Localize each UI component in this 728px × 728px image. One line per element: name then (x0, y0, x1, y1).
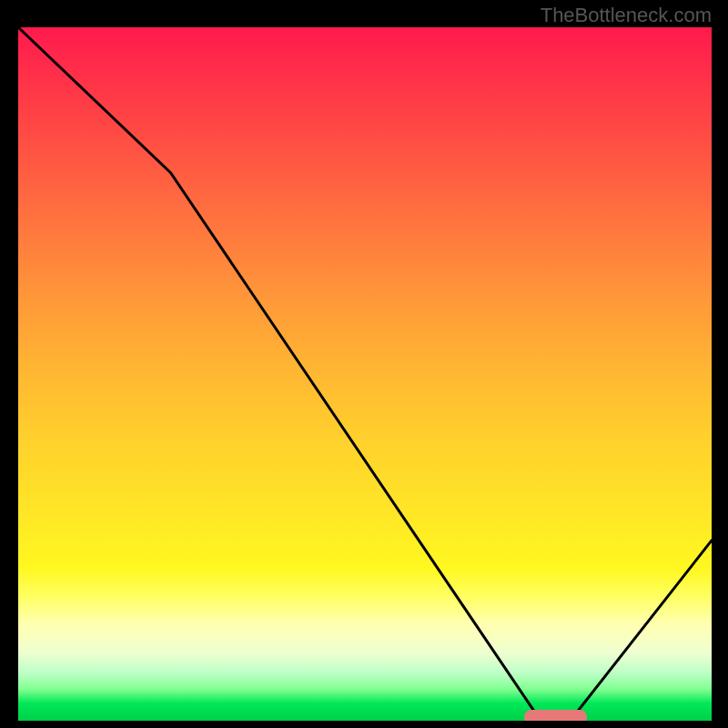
watermark-text: TheBottleneck.com (541, 4, 712, 27)
chart-plot-area (18, 27, 712, 721)
bottleneck-curve (18, 27, 712, 721)
optimal-range-marker (524, 710, 587, 721)
